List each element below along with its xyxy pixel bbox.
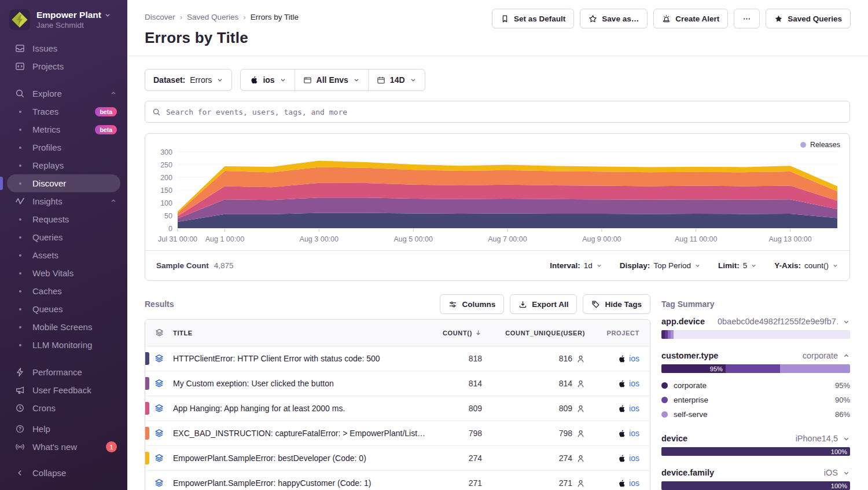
error-title[interactable]: EXC_BAD_INSTRUCTION: captureFatalError: … [173,429,427,438]
sidebar-item-profiles[interactable]: Profiles [7,138,120,156]
table-row[interactable]: EmpowerPlant.SampleError: happyCustomer … [145,470,650,490]
sidebar-item-requests[interactable]: Requests [7,210,120,228]
sidebar-collapse-button[interactable]: Collapse [7,464,120,482]
tag-section-header[interactable]: deviceiPhone14,5 [661,434,850,443]
star-icon [589,14,597,23]
column-count[interactable]: COUNT() [427,329,482,337]
sidebar-item-assets[interactable]: Assets [7,246,120,264]
sidebar-item-projects[interactable]: Projects [7,57,120,75]
create-alert-button[interactable]: Create Alert [653,9,728,28]
count-value: 274 [427,454,482,463]
sidebar-item-what-s-new[interactable]: What's new1 [7,438,120,456]
breadcrumb-link[interactable]: Discover [145,13,175,21]
tag-value-row[interactable]: self-serve86% [661,407,850,422]
tag-section-header[interactable]: device.familyiOS [661,468,850,477]
sidebar-section-explore[interactable]: Explore [7,85,120,103]
layers-icon [155,328,164,337]
sample-count: Sample Count 4,875 [156,261,234,270]
hide-tags-button[interactable]: Hide Tags [583,294,650,314]
sidebar-item-crons[interactable]: Crons [7,399,120,417]
bullet-icon [19,147,21,149]
sidebar-item-discover[interactable]: Discover [7,174,120,192]
sidebar-item-traces[interactable]: Tracesbeta [7,103,120,120]
sidebar-section-insights[interactable]: Insights [7,192,120,210]
sample-count-value: 4,875 [214,261,234,270]
table-row[interactable]: EXC_BAD_INSTRUCTION: captureFatalError: … [145,420,650,445]
chart-legend-releases[interactable]: Releases [800,141,840,149]
yaxis-select[interactable]: Y-Axis:count() [774,261,838,270]
saved-queries-button[interactable]: Saved Queries [766,9,851,28]
project-link[interactable]: ios [629,404,639,413]
tag-value-dot-icon [661,411,668,418]
svg-text:200: 200 [160,174,172,182]
column-count-unique-user[interactable]: COUNT_UNIQUE(USER) [482,330,585,337]
sidebar-item-caches[interactable]: Caches [7,282,120,300]
sidebar-nav: IssuesProjectsExploreTracesbetaMetricsbe… [0,39,127,482]
tag-value-label: corporate [674,381,707,390]
save-as-button[interactable]: Save as… [580,9,648,28]
layers-icon [155,404,164,413]
set-as-default-button[interactable]: Set as Default [492,9,574,28]
tag-value-row[interactable]: corporate95% [661,378,850,393]
breadcrumb-link[interactable]: Saved Queries [187,13,238,21]
table-row[interactable]: EmpowerPlant.SampleError: bestDeveloper … [145,445,650,470]
tag-distribution-bar[interactable] [661,330,850,339]
project-link[interactable]: ios [629,454,639,463]
environment-filter-value: All Envs [317,75,348,85]
column-title[interactable]: TITLE [173,330,427,337]
limit-select[interactable]: Limit:5 [718,261,757,270]
series-color-strip [145,427,149,440]
sort-arrow-down-icon [475,329,482,337]
tag-top-value: iPhone14,5 [796,434,838,443]
sidebar-item-queries[interactable]: Queries [7,228,120,246]
tag-section-header[interactable]: app.device0baebc0de4982f1255f2e9e9fb7… [661,317,850,326]
sidebar-item-mobile-screens[interactable]: Mobile Screens [7,318,120,336]
sidebar-item-llm-monitoring[interactable]: LLM Monitoring [7,336,120,354]
tag-section-header[interactable]: customer.typecorporate [661,351,850,360]
project-link[interactable]: ios [629,429,639,438]
project-link[interactable]: ios [629,354,639,363]
tag-name: device.family [661,468,714,477]
sidebar-item-replays[interactable]: Replays [7,156,120,174]
svg-text:Aug 5 00:00: Aug 5 00:00 [393,235,432,243]
table-row[interactable]: App Hanging: App hanging for at least 20… [145,396,650,420]
sidebar-item-issues[interactable]: Issues [7,39,120,57]
project-link[interactable]: ios [629,478,639,488]
error-title[interactable]: HTTPClientError: HTTP Client Error with … [173,354,427,363]
more-options-button[interactable] [734,9,760,28]
tag-value-row[interactable]: enterprise90% [661,393,850,407]
table-row[interactable]: HTTPClientError: HTTP Client Error with … [145,346,650,371]
environment-filter[interactable]: All Envs [295,70,368,90]
project-filter[interactable]: ios [241,70,294,90]
error-title[interactable]: My Custom exeption: User clicked the but… [173,379,427,388]
sidebar-item-web-vitals[interactable]: Web Vitals [7,264,120,282]
display-select[interactable]: Display:Top Period [620,261,701,270]
interval-select[interactable]: Interval:1d [550,261,602,270]
table-row[interactable]: My Custom exeption: User clicked the but… [145,371,650,396]
tag-distribution-bar[interactable]: 100% [661,481,850,490]
tag-distribution-bar[interactable]: 100% [661,447,850,456]
sidebar-item-performance[interactable]: Performance [7,363,120,381]
tag-value-dot-icon [661,382,668,389]
sidebar-item-queues[interactable]: Queues [7,300,120,318]
columns-button[interactable]: Columns [440,294,504,314]
sidebar: Empower Plant Jane Schmidt IssuesProject… [0,0,127,490]
tag-distribution-bar[interactable]: 95% [661,364,850,373]
chevron-down-icon [216,76,223,83]
svg-text:300: 300 [160,148,172,156]
svg-text:?: ? [19,426,21,432]
main: Discover›Saved Queries›Errors by Title E… [127,0,868,490]
sidebar-item-metrics[interactable]: Metricsbeta [7,120,120,138]
sidebar-item-help[interactable]: ?Help [7,420,120,438]
project-link[interactable]: ios [629,379,639,388]
sidebar-item-user-feedback[interactable]: User Feedback [7,381,120,399]
error-title[interactable]: App Hanging: App hanging for at least 20… [173,404,427,413]
column-project[interactable]: PROJECT [585,330,650,337]
error-title[interactable]: EmpowerPlant.SampleError: happyCustomer … [173,478,427,488]
org-switcher[interactable]: Empower Plant Jane Schmidt [0,8,127,39]
export-all-button[interactable]: Export All [510,294,577,314]
error-title[interactable]: EmpowerPlant.SampleError: bestDeveloper … [173,454,427,463]
date-range-filter[interactable]: 14D [368,70,425,90]
dataset-filter[interactable]: Dataset: Errors [145,69,232,91]
search-input[interactable] [166,108,843,116]
